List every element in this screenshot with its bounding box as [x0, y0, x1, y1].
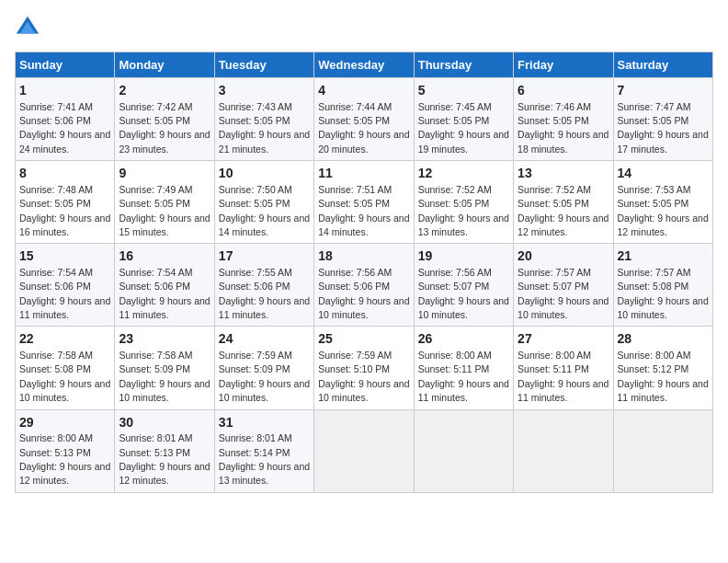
day-info: Sunrise: 7:59 AMSunset: 5:10 PMDaylight:… [318, 350, 409, 403]
page-header [15, 15, 713, 40]
weekday-header-friday: Friday [514, 52, 613, 78]
day-number: 12 [418, 165, 509, 183]
day-number: 19 [418, 247, 509, 266]
calendar-cell: 21Sunrise: 7:57 AMSunset: 5:08 PMDayligh… [613, 244, 712, 327]
day-number: 27 [518, 330, 609, 349]
calendar-cell: 13Sunrise: 7:52 AMSunset: 5:05 PMDayligh… [514, 161, 613, 244]
calendar-cell: 24Sunrise: 7:59 AMSunset: 5:09 PMDayligh… [214, 327, 313, 409]
day-info: Sunrise: 7:57 AMSunset: 5:08 PMDaylight:… [618, 267, 709, 320]
day-info: Sunrise: 7:47 AMSunset: 5:05 PMDaylight:… [618, 101, 709, 155]
day-number: 15 [19, 247, 110, 266]
calendar-cell: 7Sunrise: 7:47 AMSunset: 5:05 PMDaylight… [613, 78, 712, 161]
calendar-cell: 25Sunrise: 7:59 AMSunset: 5:10 PMDayligh… [314, 327, 414, 409]
day-info: Sunrise: 7:48 AMSunset: 5:05 PMDaylight:… [19, 184, 110, 237]
calendar-cell: 17Sunrise: 7:55 AMSunset: 5:06 PMDayligh… [214, 244, 313, 327]
calendar-cell: 27Sunrise: 8:00 AMSunset: 5:11 PMDayligh… [514, 327, 613, 409]
calendar-cell: 23Sunrise: 7:58 AMSunset: 5:09 PMDayligh… [115, 327, 214, 409]
calendar-cell: 6Sunrise: 7:46 AMSunset: 5:05 PMDaylight… [514, 78, 613, 161]
day-number: 11 [318, 165, 409, 183]
calendar-cell: 16Sunrise: 7:54 AMSunset: 5:06 PMDayligh… [115, 244, 214, 327]
day-number: 4 [318, 82, 409, 100]
logo-icon [15, 15, 40, 40]
day-number: 5 [418, 82, 509, 100]
logo [15, 15, 44, 40]
calendar-cell: 1Sunrise: 7:41 AMSunset: 5:06 PMDaylight… [16, 78, 115, 161]
day-info: Sunrise: 7:57 AMSunset: 5:07 PMDaylight:… [518, 267, 609, 320]
calendar-cell: 3Sunrise: 7:43 AMSunset: 5:05 PMDaylight… [214, 78, 313, 161]
calendar-week-row: 1Sunrise: 7:41 AMSunset: 5:06 PMDaylight… [16, 78, 713, 161]
day-info: Sunrise: 7:42 AMSunset: 5:05 PMDaylight:… [119, 101, 210, 155]
calendar-cell: 15Sunrise: 7:54 AMSunset: 5:06 PMDayligh… [16, 244, 115, 327]
calendar-week-row: 22Sunrise: 7:58 AMSunset: 5:08 PMDayligh… [16, 327, 713, 409]
day-number: 9 [119, 165, 210, 183]
day-info: Sunrise: 7:53 AMSunset: 5:05 PMDaylight:… [618, 184, 709, 237]
day-info: Sunrise: 7:52 AMSunset: 5:05 PMDaylight:… [518, 184, 609, 237]
calendar-cell: 12Sunrise: 7:52 AMSunset: 5:05 PMDayligh… [414, 161, 513, 244]
day-info: Sunrise: 7:50 AMSunset: 5:05 PMDaylight:… [219, 184, 310, 237]
day-number: 16 [119, 247, 210, 266]
day-number: 10 [219, 165, 310, 183]
day-number: 31 [219, 414, 310, 432]
calendar-cell: 18Sunrise: 7:56 AMSunset: 5:06 PMDayligh… [314, 244, 414, 327]
calendar-cell: 29Sunrise: 8:00 AMSunset: 5:13 PMDayligh… [16, 409, 115, 492]
day-number: 25 [318, 330, 409, 349]
day-info: Sunrise: 7:49 AMSunset: 5:05 PMDaylight:… [119, 184, 210, 237]
day-number: 2 [119, 82, 210, 100]
day-info: Sunrise: 7:43 AMSunset: 5:05 PMDaylight:… [219, 101, 310, 155]
calendar-cell: 22Sunrise: 7:58 AMSunset: 5:08 PMDayligh… [16, 327, 115, 409]
calendar-week-row: 8Sunrise: 7:48 AMSunset: 5:05 PMDaylight… [16, 161, 713, 244]
day-info: Sunrise: 7:56 AMSunset: 5:07 PMDaylight:… [418, 267, 509, 320]
day-number: 17 [219, 247, 310, 266]
weekday-header-monday: Monday [115, 52, 214, 78]
day-info: Sunrise: 7:44 AMSunset: 5:05 PMDaylight:… [318, 101, 409, 155]
day-info: Sunrise: 7:54 AMSunset: 5:06 PMDaylight:… [119, 267, 210, 320]
day-info: Sunrise: 8:00 AMSunset: 5:11 PMDaylight:… [418, 350, 509, 403]
day-info: Sunrise: 7:45 AMSunset: 5:05 PMDaylight:… [418, 101, 509, 155]
calendar-cell: 14Sunrise: 7:53 AMSunset: 5:05 PMDayligh… [613, 161, 712, 244]
calendar-table: SundayMondayTuesdayWednesdayThursdayFrid… [15, 52, 713, 493]
calendar-cell [514, 409, 613, 492]
day-number: 20 [518, 247, 609, 266]
weekday-header-sunday: Sunday [16, 52, 115, 78]
calendar-cell: 28Sunrise: 8:00 AMSunset: 5:12 PMDayligh… [613, 327, 712, 409]
day-number: 23 [119, 330, 210, 349]
day-number: 21 [618, 247, 709, 266]
day-number: 24 [219, 330, 310, 349]
weekday-header-row: SundayMondayTuesdayWednesdayThursdayFrid… [16, 52, 713, 78]
day-number: 13 [518, 165, 609, 183]
weekday-header-wednesday: Wednesday [314, 52, 414, 78]
calendar-cell: 31Sunrise: 8:01 AMSunset: 5:14 PMDayligh… [214, 409, 313, 492]
weekday-header-tuesday: Tuesday [214, 52, 313, 78]
calendar-week-row: 15Sunrise: 7:54 AMSunset: 5:06 PMDayligh… [16, 244, 713, 327]
day-info: Sunrise: 8:00 AMSunset: 5:11 PMDaylight:… [518, 350, 609, 403]
day-info: Sunrise: 7:46 AMSunset: 5:05 PMDaylight:… [518, 101, 609, 155]
day-number: 22 [19, 330, 110, 349]
day-info: Sunrise: 7:56 AMSunset: 5:06 PMDaylight:… [318, 267, 409, 320]
day-number: 8 [19, 165, 110, 183]
calendar-cell: 30Sunrise: 8:01 AMSunset: 5:13 PMDayligh… [115, 409, 214, 492]
day-number: 7 [618, 82, 709, 100]
calendar-week-row: 29Sunrise: 8:00 AMSunset: 5:13 PMDayligh… [16, 409, 713, 492]
calendar-cell [414, 409, 513, 492]
day-info: Sunrise: 7:55 AMSunset: 5:06 PMDaylight:… [219, 267, 310, 320]
calendar-cell: 9Sunrise: 7:49 AMSunset: 5:05 PMDaylight… [115, 161, 214, 244]
day-info: Sunrise: 8:00 AMSunset: 5:12 PMDaylight:… [618, 350, 709, 403]
day-info: Sunrise: 7:51 AMSunset: 5:05 PMDaylight:… [318, 184, 409, 237]
day-info: Sunrise: 7:59 AMSunset: 5:09 PMDaylight:… [219, 350, 310, 403]
calendar-cell: 11Sunrise: 7:51 AMSunset: 5:05 PMDayligh… [314, 161, 414, 244]
calendar-cell: 10Sunrise: 7:50 AMSunset: 5:05 PMDayligh… [214, 161, 313, 244]
day-number: 26 [418, 330, 509, 349]
calendar-cell: 5Sunrise: 7:45 AMSunset: 5:05 PMDaylight… [414, 78, 513, 161]
calendar-cell [314, 409, 414, 492]
day-number: 6 [518, 82, 609, 100]
day-number: 30 [119, 414, 210, 432]
calendar-cell [613, 409, 712, 492]
calendar-cell: 26Sunrise: 8:00 AMSunset: 5:11 PMDayligh… [414, 327, 513, 409]
day-number: 1 [19, 82, 110, 100]
day-info: Sunrise: 7:58 AMSunset: 5:08 PMDaylight:… [19, 350, 110, 403]
day-info: Sunrise: 7:52 AMSunset: 5:05 PMDaylight:… [418, 184, 509, 237]
day-number: 14 [618, 165, 709, 183]
calendar-cell: 19Sunrise: 7:56 AMSunset: 5:07 PMDayligh… [414, 244, 513, 327]
day-number: 28 [618, 330, 709, 349]
day-info: Sunrise: 7:58 AMSunset: 5:09 PMDaylight:… [119, 350, 210, 403]
